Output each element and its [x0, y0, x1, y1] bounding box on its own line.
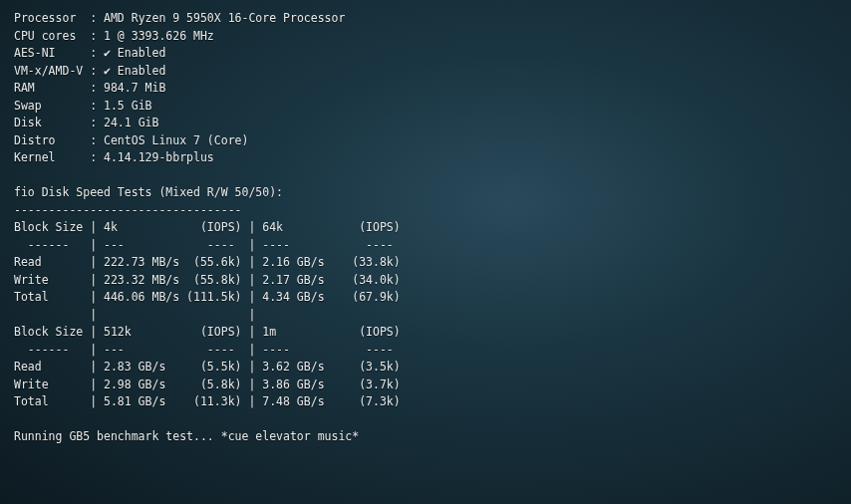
fio-read-4k-64k: Read | 222.73 MB/s (55.6k) | 2.16 GB/s (… — [14, 254, 837, 272]
swap-line: Swap : 1.5 GiB — [14, 98, 837, 116]
vmx-line: VM-x/AMD-V : ✔ Enabled — [14, 63, 837, 81]
vmx-value: ✔ Enabled — [104, 64, 165, 78]
processor-value: AMD Ryzen 9 5950X 16-Core Processor — [104, 11, 345, 25]
fio-header-sep: ------ | --- ---- | ---- ---- — [14, 237, 837, 255]
swap-label: Swap : — [14, 99, 104, 113]
distro-value: CentOS Linux 7 (Core) — [104, 133, 248, 147]
fio-read-512k-1m: Read | 2.83 GB/s (5.5k) | 3.62 GB/s (3.5… — [14, 359, 837, 377]
processor-line: Processor : AMD Ryzen 9 5950X 16-Core Pr… — [14, 10, 837, 28]
blank-line — [14, 167, 837, 185]
aesni-value: ✔ Enabled — [104, 46, 165, 60]
cpucores-line: CPU cores : 1 @ 3393.626 MHz — [14, 28, 837, 46]
footer-status: Running GB5 benchmark test... *cue eleva… — [14, 428, 837, 446]
fio-write-512k-1m: Write | 2.98 GB/s (5.8k) | 3.86 GB/s (3.… — [14, 377, 837, 394]
aesni-line: AES-NI : ✔ Enabled — [14, 45, 837, 63]
fio-gap-row: | | — [14, 307, 837, 325]
fio-total-4k-64k: Total | 446.06 MB/s (111.5k) | 4.34 GB/s… — [14, 289, 837, 307]
cpucores-value: 1 @ 3393.626 MHz — [104, 29, 214, 43]
fio-divider: --------------------------------- — [14, 202, 837, 220]
fio-header-4k-64k: Block Size | 4k (IOPS) | 64k (IOPS) — [14, 219, 837, 237]
kernel-value: 4.14.129-bbrplus — [104, 150, 214, 164]
fio-total-512k-1m: Total | 5.81 GB/s (11.3k) | 7.48 GB/s (7… — [14, 393, 837, 411]
aesni-label: AES-NI : — [14, 46, 104, 60]
processor-label: Processor : — [14, 11, 104, 25]
swap-value: 1.5 GiB — [104, 99, 151, 113]
ram-label: RAM : — [14, 81, 104, 95]
ram-value: 984.7 MiB — [104, 81, 165, 95]
kernel-label: Kernel : — [14, 150, 104, 164]
disk-line: Disk : 24.1 GiB — [14, 115, 837, 132]
fio-header-512k-1m: Block Size | 512k (IOPS) | 1m (IOPS) — [14, 324, 837, 342]
ram-line: RAM : 984.7 MiB — [14, 80, 837, 98]
fio-write-4k-64k: Write | 223.32 MB/s (55.8k) | 2.17 GB/s … — [14, 272, 837, 290]
cpucores-label: CPU cores : — [14, 29, 104, 43]
vmx-label: VM-x/AMD-V : — [14, 64, 104, 78]
blank-line-2 — [14, 411, 837, 429]
disk-label: Disk : — [14, 116, 104, 129]
kernel-line: Kernel : 4.14.129-bbrplus — [14, 149, 837, 167]
fio-title: fio Disk Speed Tests (Mixed R/W 50/50): — [14, 184, 837, 202]
distro-line: Distro : CentOS Linux 7 (Core) — [14, 132, 837, 150]
distro-label: Distro : — [14, 133, 104, 147]
disk-value: 24.1 GiB — [104, 116, 158, 129]
fio-header-sep-2: ------ | --- ---- | ---- ---- — [14, 342, 837, 360]
